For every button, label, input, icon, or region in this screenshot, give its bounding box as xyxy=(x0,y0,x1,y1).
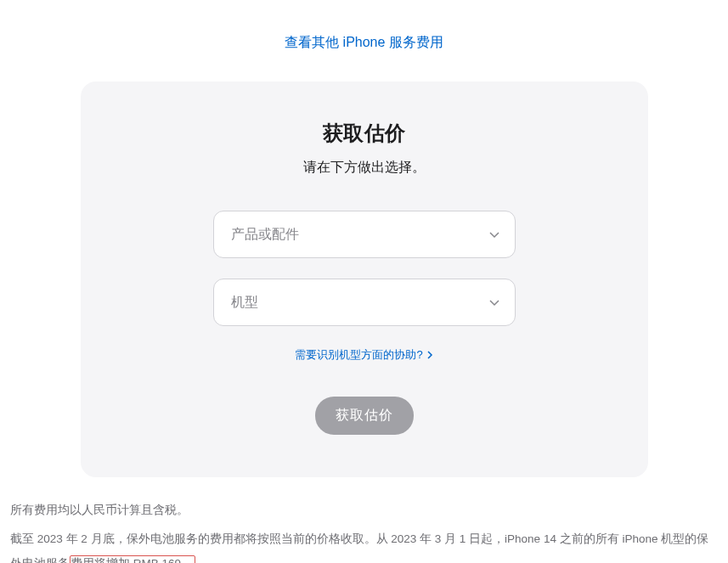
model-select-wrap: 机型 xyxy=(213,279,516,326)
help-link-text: 需要识别机型方面的协助? xyxy=(295,347,422,363)
get-estimate-button[interactable]: 获取估价 xyxy=(315,397,414,435)
footer-text: 所有费用均以人民币计算且含税。 截至 2023 年 2 月底，保外电池服务的费用… xyxy=(0,477,728,563)
chevron-right-icon xyxy=(426,351,433,359)
product-select-placeholder: 产品或配件 xyxy=(231,226,299,244)
footer-line-2: 截至 2023 年 2 月底，保外电池服务的费用都将按照当前的价格收取。从 20… xyxy=(10,526,718,563)
model-select-placeholder: 机型 xyxy=(231,294,258,312)
card-subtitle: 请在下方做出选择。 xyxy=(115,159,614,177)
product-select[interactable]: 产品或配件 xyxy=(213,211,516,258)
footer-line-1: 所有费用均以人民币计算且含税。 xyxy=(10,498,718,523)
price-increase-highlight: 费用将增加 RMB 169。 xyxy=(70,555,195,563)
product-select-wrap: 产品或配件 xyxy=(213,211,516,258)
card-title: 获取估价 xyxy=(115,120,614,147)
other-services-link[interactable]: 查看其他 iPhone 服务费用 xyxy=(0,0,728,65)
help-identify-link[interactable]: 需要识别机型方面的协助? xyxy=(295,347,432,363)
model-select[interactable]: 机型 xyxy=(213,279,516,326)
estimate-card: 获取估价 请在下方做出选择。 产品或配件 机型 需要识别机型方面的协助? 获取估… xyxy=(81,82,648,477)
